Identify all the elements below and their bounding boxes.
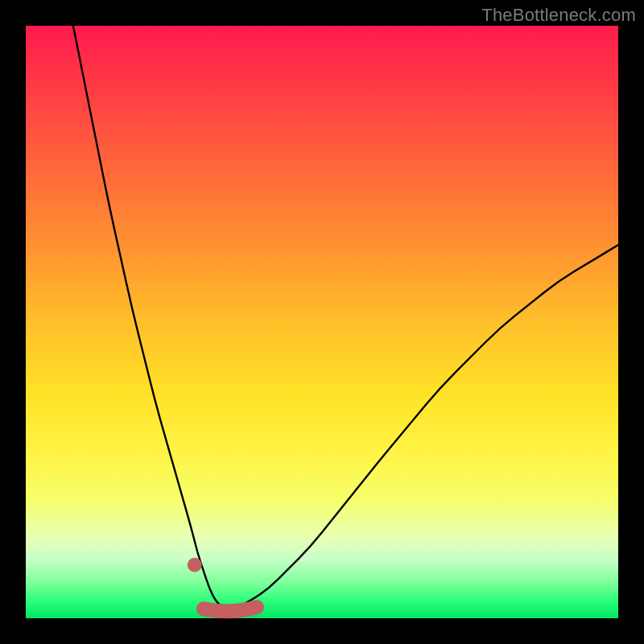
highlight-dot-icon [188, 558, 202, 572]
bottleneck-curve [73, 26, 618, 606]
chart-frame: TheBottleneck.com [0, 0, 644, 644]
curve-layer [26, 26, 618, 618]
watermark-text: TheBottleneck.com [481, 5, 636, 26]
plot-area [26, 26, 618, 618]
highlight-flat-segment [204, 607, 257, 611]
